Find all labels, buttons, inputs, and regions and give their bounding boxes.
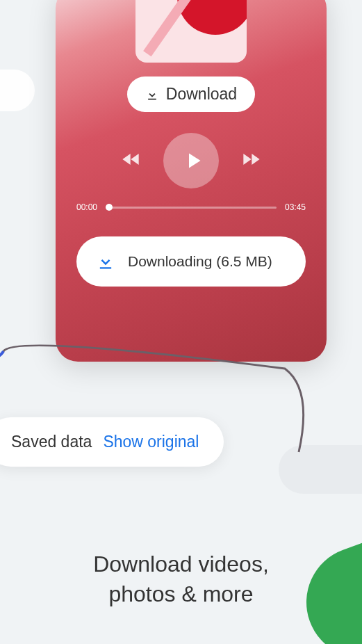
total-time: 03:45 <box>285 202 306 212</box>
cloud-decoration <box>279 445 362 494</box>
downloading-label: Downloading (6.5 MB) <box>128 253 272 270</box>
album-art <box>135 0 247 63</box>
downloading-status[interactable]: Downloading (6.5 MB) <box>76 236 306 287</box>
cloud-decoration <box>0 70 35 111</box>
saved-data-label: Saved data <box>11 433 92 451</box>
media-card: Download 00:00 03:45 Downloading (6.5 MB… <box>56 0 327 362</box>
progress-slider[interactable] <box>106 207 277 209</box>
download-icon <box>96 252 115 271</box>
download-button[interactable]: Download <box>127 77 255 112</box>
headline-line2: photos & more <box>28 579 334 609</box>
forward-button[interactable] <box>240 148 262 173</box>
saved-data-pill: Saved data Show original <box>0 417 224 467</box>
headline-line1: Download videos, <box>28 549 334 579</box>
forward-icon <box>240 148 262 170</box>
progress-row: 00:00 03:45 <box>76 202 306 212</box>
rewind-button[interactable] <box>120 148 142 173</box>
current-time: 00:00 <box>76 202 97 212</box>
download-button-label: Download <box>166 85 237 104</box>
show-original-link[interactable]: Show original <box>103 433 199 451</box>
play-icon <box>181 148 206 173</box>
download-icon <box>145 88 159 102</box>
play-button[interactable] <box>163 133 219 188</box>
rewind-icon <box>120 148 142 170</box>
player-controls <box>76 133 306 188</box>
